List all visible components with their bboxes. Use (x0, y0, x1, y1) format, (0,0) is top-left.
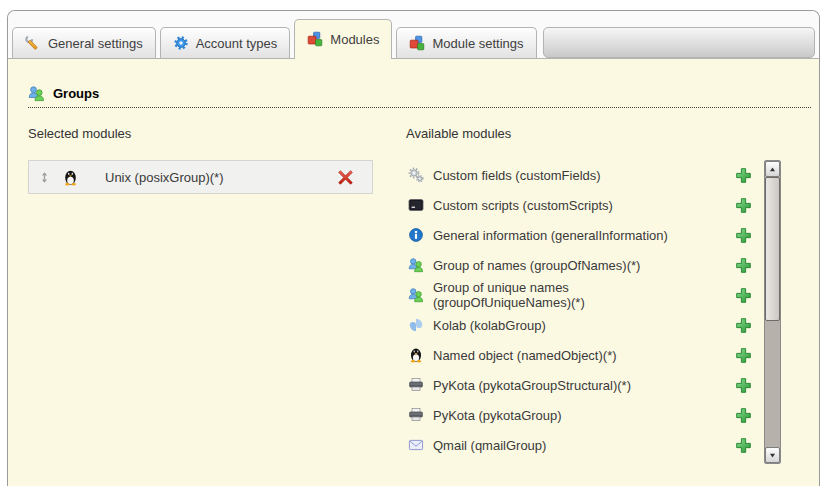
module-label: Custom fields (customFields) (433, 168, 601, 183)
scrollbar[interactable] (764, 160, 781, 464)
section-title: Groups (53, 86, 99, 101)
tab-module-settings[interactable]: Module settings (396, 27, 536, 58)
tux-icon (408, 347, 424, 363)
info-icon (408, 227, 424, 243)
scroll-track[interactable] (765, 321, 780, 447)
add-module-button[interactable] (735, 257, 752, 274)
available-module-kolab-kolabgroup: Kolab (kolabGroup) (406, 310, 764, 340)
printer-icon (408, 407, 424, 423)
groups-section-header: Groups (28, 85, 811, 108)
available-modules-list: Custom fields (customFields) Custom scri… (406, 160, 764, 464)
gears-icon (408, 167, 424, 183)
selected-modules-heading: Selected modules (28, 126, 380, 142)
module-label: Kolab (kolabGroup) (433, 318, 546, 333)
available-modules-heading: Available modules (406, 126, 781, 142)
available-module-custom-scripts-customscripts: Custom scripts (customScripts) (406, 190, 764, 220)
scroll-up-button[interactable] (765, 161, 780, 177)
tab-bar-filler (543, 27, 815, 58)
selected-modules-column: Selected modules Unix (posixGroup)(*) (28, 126, 380, 464)
module-label: Group of unique names (groupOfUniqueName… (433, 280, 701, 310)
tab-label: Module settings (432, 36, 523, 51)
scroll-down-button[interactable] (765, 447, 780, 463)
terminal-icon (408, 197, 424, 213)
module-label: Group of names (groupOfNames)(*) (433, 258, 640, 273)
module-label: PyKota (pykotaGroupStructural)(*) (433, 378, 631, 393)
available-module-custom-fields-customfields: Custom fields (customFields) (406, 160, 764, 190)
mail-icon (408, 437, 424, 453)
add-module-button[interactable] (735, 377, 752, 394)
module-label: PyKota (pykotaGroup) (433, 408, 562, 423)
add-module-button[interactable] (735, 197, 752, 214)
available-modules-column: Available modules Custom fields (customF… (406, 126, 781, 464)
module-label: Named object (namedObject)(*) (433, 348, 617, 363)
arrow-down-icon (768, 451, 777, 460)
printer-icon (408, 377, 424, 393)
tab-label: Modules (330, 32, 379, 47)
add-module-button[interactable] (735, 287, 752, 304)
add-module-button[interactable] (735, 227, 752, 244)
cubes-icon (307, 31, 323, 47)
groups-icon (28, 85, 45, 102)
tab-label: General settings (48, 36, 143, 51)
tab-label: Account types (196, 36, 278, 51)
group-icon (408, 287, 424, 303)
modules-panel: Groups Selected modules Unix (posixGroup… (8, 58, 819, 486)
selected-module-unix-posixgroup[interactable]: Unix (posixGroup)(*) (28, 160, 373, 194)
selected-modules-list: Unix (posixGroup)(*) (28, 160, 380, 194)
tux-icon (62, 169, 79, 186)
add-module-button[interactable] (735, 347, 752, 364)
tab-general-settings[interactable]: General settings (12, 27, 156, 58)
available-module-named-object-namedobject: Named object (namedObject)(*) (406, 340, 764, 370)
module-label: Custom scripts (customScripts) (433, 198, 613, 213)
add-module-button[interactable] (735, 407, 752, 424)
available-module-pykota-pykotagroup: PyKota (pykotaGroup) (406, 400, 764, 430)
kolab-icon (408, 317, 424, 333)
cubes-icon (409, 35, 425, 51)
add-module-button[interactable] (735, 317, 752, 334)
tab-bar: General settings Account types Modules M… (8, 11, 819, 58)
drag-handle-icon[interactable] (38, 171, 51, 184)
module-label: General information (generalInformation) (433, 228, 668, 243)
available-module-qmail-qmailgroup: Qmail (qmailGroup) (406, 430, 764, 460)
modules-columns: Selected modules Unix (posixGroup)(*) Av… (28, 126, 781, 464)
add-module-button[interactable] (735, 167, 752, 184)
tab-account-types[interactable]: Account types (160, 27, 291, 58)
wrench-icon (25, 35, 41, 51)
available-module-group-of-names-groupofnames: Group of names (groupOfNames)(*) (406, 250, 764, 280)
cog-icon (173, 35, 189, 51)
tab-modules[interactable]: Modules (294, 19, 392, 59)
arrow-up-icon (768, 165, 777, 174)
settings-window: General settings Account types Modules M… (7, 10, 820, 486)
module-label: Unix (posixGroup)(*) (105, 170, 223, 185)
scroll-thumb[interactable] (765, 177, 780, 321)
add-module-button[interactable] (735, 437, 752, 454)
available-module-group-of-unique-names-groupofuniquenames: Group of unique names (groupOfUniqueName… (406, 280, 764, 310)
available-module-pykota-pykotagroupstructural: PyKota (pykotaGroupStructural)(*) (406, 370, 764, 400)
remove-module-button[interactable] (337, 169, 354, 186)
module-label: Qmail (qmailGroup) (433, 438, 546, 453)
group-icon (408, 257, 424, 273)
available-module-general-information-generalinformation: General information (generalInformation) (406, 220, 764, 250)
